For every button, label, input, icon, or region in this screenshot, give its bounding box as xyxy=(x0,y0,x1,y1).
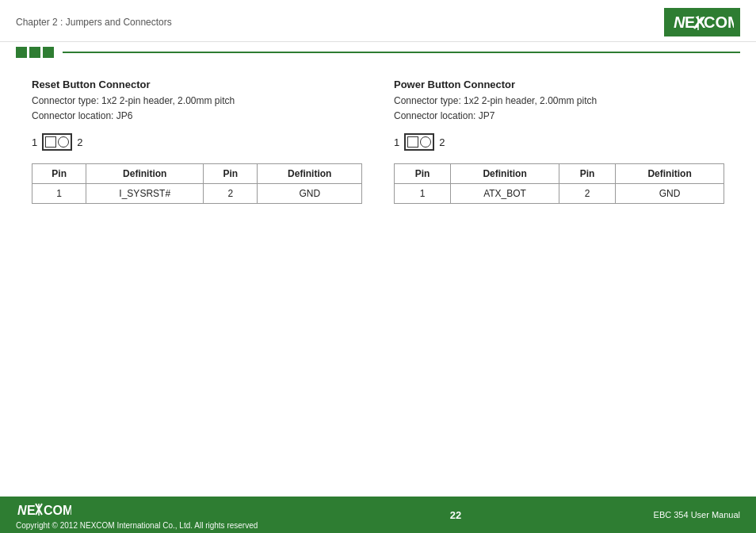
power-section-title: Power Button Connector xyxy=(394,79,724,90)
footer-logo-svg: N E COM xyxy=(16,500,71,519)
reset-table-header-row: Pin Definition Pin Definition xyxy=(32,164,362,184)
power-pin-table: Pin Definition Pin Definition 1ATX_BOT2G… xyxy=(394,163,724,204)
svg-text:N: N xyxy=(17,504,27,517)
power-pin-label-left: 1 xyxy=(394,136,399,148)
power-col-def2: Definition xyxy=(616,164,724,184)
table-row: 1ATX_BOT2GND xyxy=(395,184,724,204)
svg-text:E: E xyxy=(685,13,695,31)
table-row: 1I_SYSRST#2GND xyxy=(32,184,362,204)
green-decorative-bar xyxy=(0,42,756,63)
footer-manual-name: EBC 354 User Manual xyxy=(654,510,740,520)
svg-text:COM: COM xyxy=(704,13,734,31)
page-header: Chapter 2 : Jumpers and Connectors N E X… xyxy=(0,0,756,42)
reset-col-def1: Definition xyxy=(86,164,204,184)
power-button-section: Power Button Connector Connector type: 1… xyxy=(394,79,724,204)
logo-svg: N E X COM xyxy=(670,11,734,33)
footer-copyright: Copyright © 2012 NEXCOM International Co… xyxy=(16,521,258,530)
svg-text:E: E xyxy=(27,504,36,517)
reset-section-title: Reset Button Connector xyxy=(32,79,362,90)
nexcom-logo-header: N E X COM xyxy=(664,8,740,36)
chapter-title: Chapter 2 : Jumpers and Connectors xyxy=(16,17,172,28)
green-square-1 xyxy=(16,47,27,58)
power-pin-label-right: 2 xyxy=(439,136,445,148)
footer-page-number-area: 22 xyxy=(450,509,461,521)
reset-connector-type: Connector type: 1x2 2-pin header, 2.00mm… xyxy=(32,94,362,124)
power-col-pin1: Pin xyxy=(395,164,451,184)
svg-text:N: N xyxy=(674,13,685,31)
power-table-header-row: Pin Definition Pin Definition xyxy=(395,164,724,184)
reset-pin-label-right: 2 xyxy=(77,136,82,148)
reset-button-section: Reset Button Connector Connector type: 1… xyxy=(32,79,362,204)
power-pin-1 xyxy=(407,136,418,148)
footer-page-number: 22 xyxy=(450,509,461,521)
reset-pin-2 xyxy=(58,136,69,148)
power-connector-box xyxy=(404,133,434,151)
reset-col-pin2: Pin xyxy=(204,164,258,184)
reset-col-pin1: Pin xyxy=(32,164,86,184)
reset-col-def2: Definition xyxy=(258,164,362,184)
power-pin-2 xyxy=(420,136,431,148)
reset-connector-diagram: 1 2 xyxy=(32,133,362,151)
reset-pin-table: Pin Definition Pin Definition 1I_SYSRST#… xyxy=(32,163,362,204)
green-square-3 xyxy=(43,47,54,58)
power-connector-type: Connector type: 1x2 2-pin header, 2.00mm… xyxy=(394,94,724,124)
power-col-def1: Definition xyxy=(451,164,559,184)
svg-text:COM: COM xyxy=(44,504,71,517)
reset-pin-label-left: 1 xyxy=(32,136,37,148)
reset-pin-1 xyxy=(45,136,56,148)
footer-logo-area: N E COM Copyright © 2012 NEXCOM Internat… xyxy=(16,500,258,530)
green-square-2 xyxy=(29,47,40,58)
green-line xyxy=(63,52,740,53)
power-col-pin2: Pin xyxy=(559,164,615,184)
page-footer: N E COM Copyright © 2012 NEXCOM Internat… xyxy=(0,497,756,533)
main-content: Reset Button Connector Connector type: 1… xyxy=(0,63,756,220)
power-connector-diagram: 1 2 xyxy=(394,133,724,151)
reset-connector-box xyxy=(42,133,72,151)
